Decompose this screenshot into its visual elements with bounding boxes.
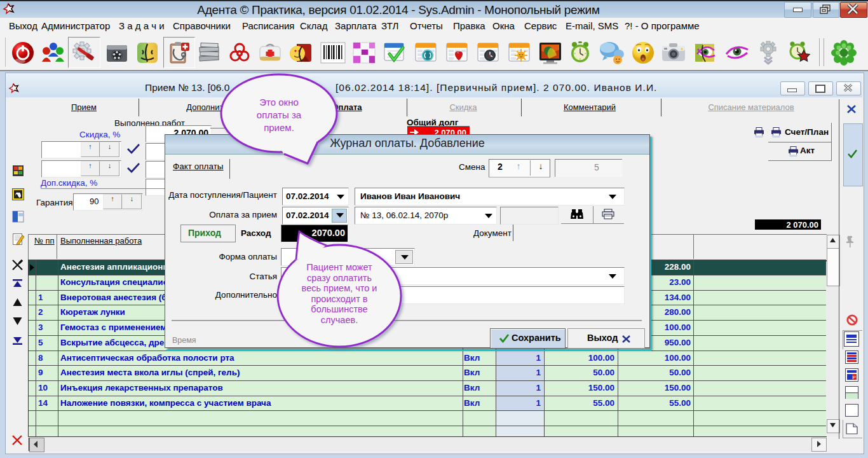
svg-text:P: P	[853, 375, 856, 380]
